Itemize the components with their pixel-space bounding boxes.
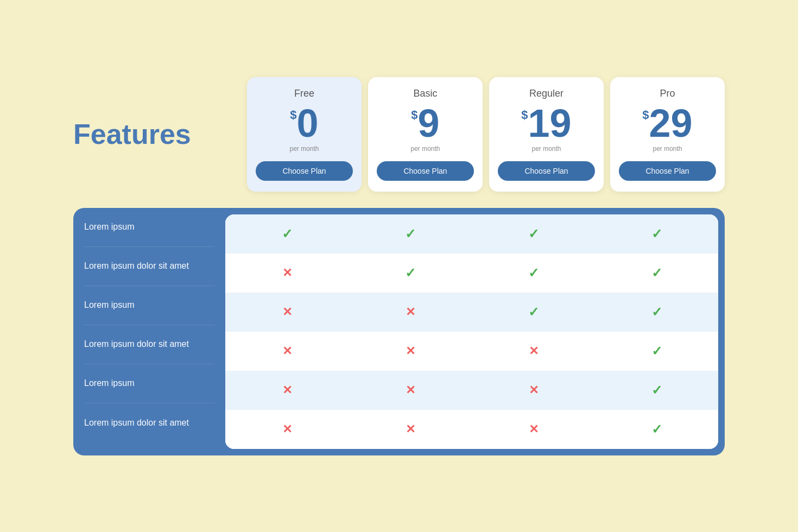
feature-label-row-3: Lorem ipsum dolor sit amet (84, 325, 214, 364)
plan-price-reguler: $ 19 (521, 104, 571, 143)
plan-currency-reguler: $ (521, 108, 528, 122)
feature-cell-row5-col2: ✕ (472, 422, 595, 436)
feature-cell-row5-col0: ✕ (225, 422, 349, 436)
features-title: Features (73, 118, 225, 150)
cross-icon: ✕ (406, 383, 415, 397)
check-icon: ✓ (405, 265, 416, 281)
choose-plan-button-reguler[interactable]: Choose Plan (498, 161, 595, 181)
plan-card-reguler: Reguler $ 19 per month Choose Plan (489, 77, 604, 192)
cross-icon: ✕ (529, 383, 539, 397)
feature-values-grid: ✓✓✓✓✕✓✓✓✕✕✓✓✕✕✕✓✕✕✕✓✕✕✕✓ (225, 214, 718, 449)
feature-cell-row4-col0: ✕ (225, 383, 349, 397)
plan-amount-free: 0 (297, 104, 319, 143)
check-icon: ✓ (651, 383, 662, 398)
cross-icon: ✕ (282, 305, 292, 319)
cross-icon: ✕ (282, 422, 292, 436)
choose-plan-button-pro[interactable]: Choose Plan (619, 161, 716, 181)
check-icon: ✓ (528, 305, 539, 320)
feature-cell-row0-col0: ✓ (225, 226, 349, 242)
plan-period-free: per month (289, 145, 319, 153)
features-table: Lorem ipsumLorem ipsum dolor sit ametLor… (73, 208, 725, 455)
plan-name-reguler: Reguler (529, 88, 563, 99)
feature-values-row-4: ✕✕✕✓ (225, 371, 718, 410)
plan-currency-basic: $ (411, 108, 417, 122)
check-icon: ✓ (651, 344, 662, 359)
feature-label-row-2: Lorem ipsum (84, 286, 214, 325)
feature-cell-row1-col3: ✓ (595, 265, 718, 281)
cross-icon: ✕ (529, 344, 539, 358)
feature-cell-row2-col1: ✕ (349, 305, 472, 319)
feature-label-row-1: Lorem ipsum dolor sit amet (84, 247, 214, 286)
feature-label-row-5: Lorem ipsum dolor sit amet (84, 403, 214, 442)
feature-values-row-1: ✕✓✓✓ (225, 254, 718, 293)
feature-cell-row4-col3: ✓ (595, 383, 718, 398)
check-icon: ✓ (651, 305, 662, 320)
feature-cell-row4-col2: ✕ (472, 383, 595, 397)
plan-amount-reguler: 19 (528, 104, 572, 143)
plan-price-pro: $ 29 (642, 104, 692, 143)
cross-icon: ✕ (282, 266, 292, 280)
check-icon: ✓ (651, 422, 662, 437)
feature-cell-row3-col0: ✕ (225, 344, 349, 358)
feature-cell-row5-col1: ✕ (349, 422, 472, 436)
feature-values-row-0: ✓✓✓✓ (225, 214, 718, 254)
plan-card-free: Free $ 0 per month Choose Plan (247, 77, 362, 192)
feature-cell-row0-col1: ✓ (349, 226, 472, 242)
plan-card-pro: Pro $ 29 per month Choose Plan (610, 77, 725, 192)
feature-labels-column: Lorem ipsumLorem ipsum dolor sit ametLor… (73, 208, 225, 455)
feature-cell-row3-col2: ✕ (472, 344, 595, 358)
cross-icon: ✕ (282, 344, 292, 358)
feature-cell-row0-col3: ✓ (595, 226, 718, 242)
feature-values-row-5: ✕✕✕✓ (225, 410, 718, 449)
check-icon: ✓ (528, 265, 539, 281)
feature-values-row-3: ✕✕✕✓ (225, 332, 718, 371)
feature-values-row-2: ✕✕✓✓ (225, 293, 718, 332)
plan-card-basic: Basic $ 9 per month Choose Plan (368, 77, 483, 192)
check-icon: ✓ (651, 265, 662, 281)
cross-icon: ✕ (406, 422, 415, 436)
feature-label-row-4: Lorem ipsum (84, 364, 214, 403)
choose-plan-button-basic[interactable]: Choose Plan (377, 161, 474, 181)
feature-label-row-0: Lorem ipsum (84, 208, 214, 247)
plan-name-basic: Basic (413, 88, 437, 99)
cross-icon: ✕ (282, 383, 292, 397)
check-icon: ✓ (528, 226, 539, 242)
cross-icon: ✕ (529, 422, 539, 436)
feature-cell-row3-col1: ✕ (349, 344, 472, 358)
plans-header: Free $ 0 per month Choose Plan Basic $ 9… (247, 77, 725, 192)
feature-cell-row0-col2: ✓ (472, 226, 595, 242)
plan-price-free: $ 0 (290, 104, 318, 143)
plan-amount-pro: 29 (649, 104, 693, 143)
check-icon: ✓ (282, 226, 293, 242)
choose-plan-button-free[interactable]: Choose Plan (256, 161, 353, 181)
feature-cell-row5-col3: ✓ (595, 422, 718, 437)
feature-cell-row1-col1: ✓ (349, 265, 472, 281)
plan-amount-basic: 9 (418, 104, 440, 143)
plan-name-free: Free (294, 88, 314, 99)
plan-name-pro: Pro (660, 88, 675, 99)
plan-period-basic: per month (410, 145, 440, 153)
check-icon: ✓ (651, 226, 662, 242)
plan-currency-pro: $ (642, 108, 649, 122)
check-icon: ✓ (405, 226, 416, 242)
plan-currency-free: $ (290, 108, 296, 122)
feature-cell-row2-col0: ✕ (225, 305, 349, 319)
plan-period-reguler: per month (531, 145, 561, 153)
feature-cell-row3-col3: ✓ (595, 344, 718, 359)
plan-period-pro: per month (653, 145, 682, 153)
feature-cell-row2-col3: ✓ (595, 305, 718, 320)
plan-price-basic: $ 9 (411, 104, 439, 143)
feature-cell-row1-col0: ✕ (225, 266, 349, 280)
features-comparison-table: Lorem ipsumLorem ipsum dolor sit ametLor… (73, 208, 725, 455)
pricing-header: Features Free $ 0 per month Choose Plan … (73, 77, 725, 192)
cross-icon: ✕ (406, 344, 415, 358)
feature-cell-row2-col2: ✓ (472, 305, 595, 320)
feature-cell-row1-col2: ✓ (472, 265, 595, 281)
cross-icon: ✕ (406, 305, 415, 319)
feature-cell-row4-col1: ✕ (349, 383, 472, 397)
